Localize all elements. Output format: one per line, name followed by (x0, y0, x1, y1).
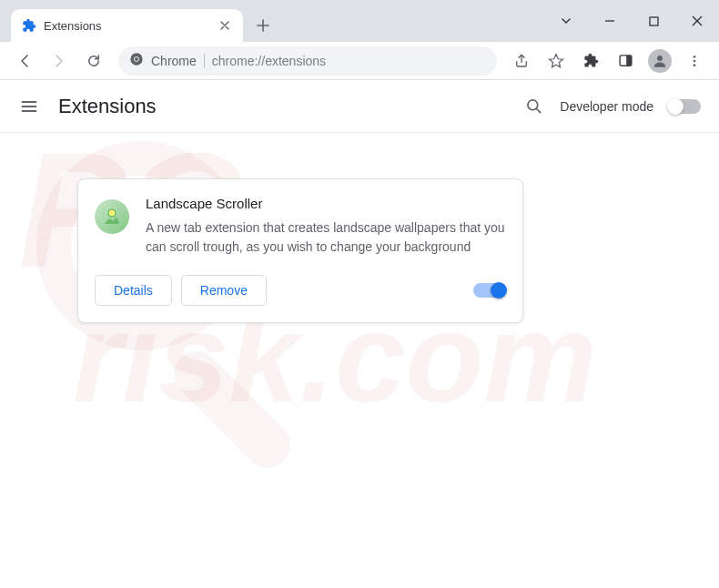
omnibox-prefix: Chrome (151, 54, 197, 68)
svg-point-3 (135, 57, 138, 61)
extensions-puzzle-icon[interactable] (575, 46, 606, 76)
svg-point-7 (694, 56, 696, 58)
details-button[interactable]: Details (95, 275, 172, 306)
svg-rect-5 (626, 56, 632, 66)
remove-button[interactable]: Remove (181, 275, 267, 306)
extension-description: A new tab extension that creates landsca… (146, 218, 506, 257)
address-bar[interactable]: Chrome chrome://extensions (118, 46, 497, 76)
forward-button[interactable] (44, 46, 75, 76)
tab-title: Extensions (44, 19, 210, 33)
svg-point-9 (694, 64, 696, 66)
chrome-logo-icon (129, 52, 144, 69)
maximize-button[interactable] (632, 3, 675, 39)
bookmark-star-icon[interactable] (541, 46, 572, 76)
window-titlebar: Extensions (0, 0, 719, 42)
reload-button[interactable] (78, 46, 109, 76)
divider (204, 54, 205, 68)
extension-app-icon (95, 199, 129, 234)
svg-point-8 (694, 59, 696, 62)
developer-mode-label: Developer mode (560, 99, 653, 114)
sidepanel-icon[interactable] (610, 46, 641, 76)
close-window-button[interactable] (675, 3, 719, 39)
search-icon[interactable] (523, 96, 545, 117)
svg-rect-0 (650, 17, 658, 25)
new-tab-button[interactable] (250, 13, 276, 38)
extension-card: Landscape Scroller A new tab extension t… (77, 178, 523, 323)
svg-point-11 (108, 209, 116, 217)
extension-name: Landscape Scroller (146, 196, 506, 211)
omnibox-url: chrome://extensions (212, 54, 326, 68)
share-icon[interactable] (506, 46, 537, 76)
close-icon[interactable] (218, 18, 232, 33)
extensions-content: Landscape Scroller A new tab extension t… (0, 133, 719, 369)
hamburger-menu-icon[interactable] (18, 96, 40, 117)
page-title: Extensions (58, 95, 157, 118)
puzzle-icon (22, 18, 36, 33)
kebab-menu-icon[interactable] (679, 46, 710, 76)
svg-point-6 (657, 56, 663, 61)
developer-mode-toggle[interactable] (668, 99, 701, 114)
browser-toolbar: Chrome chrome://extensions (0, 42, 719, 80)
extension-enable-toggle[interactable] (473, 283, 506, 298)
chevron-down-icon[interactable] (544, 3, 588, 39)
back-button[interactable] (9, 46, 40, 76)
profile-avatar[interactable] (644, 46, 675, 76)
browser-tab[interactable]: Extensions (11, 9, 243, 42)
window-controls (544, 0, 719, 42)
extensions-header: Extensions Developer mode (0, 80, 719, 133)
minimize-button[interactable] (588, 3, 632, 39)
